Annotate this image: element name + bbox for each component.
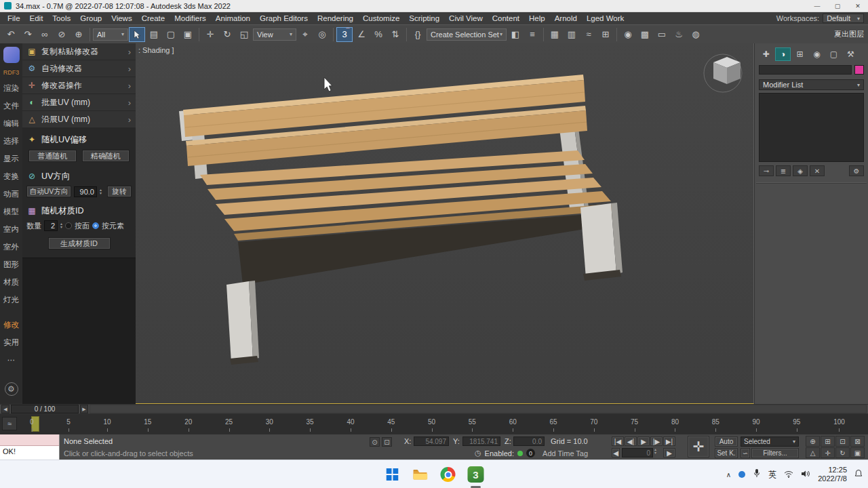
mirror-icon[interactable]: ◧ — [507, 27, 524, 42]
chevron-up-icon[interactable]: ∧ — [726, 471, 731, 479]
go-to-start-icon[interactable]: |◀ — [612, 436, 624, 446]
remove-modifier-icon[interactable]: ✕ — [810, 165, 825, 176]
selected-set-dropdown[interactable]: Selected ▾ — [741, 436, 799, 447]
menu-tools[interactable]: Tools — [47, 12, 75, 24]
sidebar-item-file[interactable]: 文件 — [3, 101, 19, 111]
copy-paste-modifier-row[interactable]: ▣ 复制粘贴修改器 › — [22, 43, 136, 60]
zoom-icon[interactable]: ⊕ — [806, 436, 820, 447]
object-color-swatch[interactable] — [854, 65, 864, 75]
unlink-selection-icon[interactable]: ⊘ — [54, 27, 70, 42]
go-to-end-icon[interactable]: ▶| — [663, 436, 675, 446]
previous-frame-icon[interactable]: ◀| — [625, 436, 637, 446]
redo-icon[interactable]: ↷ — [20, 27, 36, 42]
next-frame-arrow[interactable]: ▶ — [80, 405, 88, 413]
menu-animation[interactable]: Animation — [211, 12, 255, 24]
auto-key-button[interactable]: Auto — [715, 436, 738, 447]
spinner-down-icon[interactable]: ▾ — [654, 451, 656, 455]
z-coordinate-field[interactable]: 0.0 — [513, 436, 545, 446]
menu-civil-view[interactable]: Civil View — [444, 12, 488, 24]
zoom-all-icon[interactable]: ⊞ — [821, 436, 835, 447]
key-mode-prev-icon[interactable]: ◀ — [612, 448, 620, 458]
add-time-tag[interactable]: Add Time Tag — [542, 449, 588, 458]
rendered-frame-window-icon[interactable]: ▭ — [654, 27, 670, 42]
tab-motion-icon[interactable]: ◉ — [809, 47, 825, 61]
bind-to-space-warp-icon[interactable]: ⊕ — [71, 27, 87, 42]
menu-help[interactable]: Help — [524, 12, 550, 24]
field-of-view-icon[interactable]: △ — [806, 447, 820, 458]
sidebar-item-select[interactable]: 选择 — [3, 136, 19, 146]
menu-lged-work[interactable]: Lged Work — [582, 12, 629, 24]
window-crossing-icon[interactable]: ▣ — [180, 27, 196, 42]
key-mode-next-icon[interactable]: ▶ — [663, 448, 675, 458]
tab-hierarchy-icon[interactable]: ⊞ — [792, 47, 808, 61]
notification-bell-icon[interactable] — [854, 468, 863, 481]
key-filters-button[interactable]: Filters... — [751, 448, 799, 458]
enabled-count-badge[interactable]: 0 — [526, 449, 535, 458]
by-element-radio[interactable] — [92, 222, 99, 229]
macro-recorder-field[interactable] — [0, 434, 59, 446]
curve-editor-icon[interactable]: ≈ — [580, 27, 597, 42]
y-coordinate-field[interactable]: 1815.741 — [462, 436, 500, 446]
time-slider-handle[interactable]: 0 / 100 — [11, 405, 79, 413]
mini-curve-editor-icon[interactable]: ≈ — [2, 417, 17, 430]
spinner-snap-icon[interactable]: ⇅ — [387, 27, 403, 42]
sidebar-item-rdf3[interactable]: RDF3 — [3, 69, 20, 76]
menu-group[interactable]: Group — [75, 12, 106, 24]
sidebar-item-animation[interactable]: 动画 — [3, 189, 19, 199]
sidebar-item-edit[interactable]: 编辑 — [3, 119, 19, 129]
time-slider-track[interactable] — [90, 405, 867, 413]
sidebar-item-more[interactable]: ⋯ — [7, 355, 16, 365]
tab-utilities-icon[interactable]: ⚒ — [843, 47, 859, 61]
align-icon[interactable]: ≡ — [524, 27, 540, 42]
workspaces-dropdown[interactable]: Default ▾ — [823, 14, 864, 23]
modifier-operations-row[interactable]: ✛ 修改器操作 › — [22, 77, 136, 94]
sidebar-item-utility[interactable]: 实用 — [3, 338, 19, 348]
select-and-manipulate-icon[interactable]: ◎ — [314, 27, 330, 42]
normal-random-button[interactable]: 普通随机 — [28, 150, 77, 162]
snap-toggle-icon[interactable]: 3 ⌒ — [336, 27, 353, 42]
select-and-move-icon[interactable]: ✛ — [202, 27, 218, 42]
sidebar-item-exterior[interactable]: 室外 — [3, 242, 19, 252]
start-button-icon[interactable] — [384, 466, 401, 483]
ribbon-toggle-icon[interactable]: ▥ — [564, 27, 580, 42]
play-icon[interactable]: ▶ — [637, 436, 650, 446]
count-field[interactable]: 2 — [44, 220, 58, 231]
menu-scripting[interactable]: Scripting — [404, 12, 444, 24]
sidebar-item-shapes[interactable]: 图形 — [3, 260, 19, 270]
show-end-result-icon[interactable]: ≣ — [776, 165, 791, 176]
menu-content[interactable]: Content — [488, 12, 524, 24]
menu-views[interactable]: Views — [106, 12, 136, 24]
selection-lock-icon[interactable]: ⊡ — [382, 437, 392, 447]
maximize-button[interactable]: ▢ — [827, 0, 848, 12]
maxscript-mini-listener[interactable]: OK! — [0, 434, 60, 460]
chrome-icon[interactable] — [439, 466, 457, 483]
sidebar-item-display[interactable]: 显示 — [3, 154, 19, 164]
make-unique-icon[interactable]: ◈ — [793, 165, 808, 176]
object-name-field[interactable] — [759, 65, 852, 75]
percent-snap-icon[interactable]: % — [370, 27, 387, 42]
3dsmax-taskbar-icon[interactable]: 3 — [467, 466, 485, 483]
sidebar-item-render[interactable]: 渲染 — [3, 83, 19, 94]
sidebar-item-material[interactable]: 材质 — [3, 277, 19, 287]
next-frame-icon[interactable]: |▶ — [650, 436, 663, 446]
render-setup-icon[interactable]: ▩ — [637, 27, 653, 42]
enabled-status-dot[interactable] — [517, 451, 523, 456]
auto-modifier-row[interactable]: ⚙ 自动修改器 › — [22, 60, 136, 77]
menu-edit[interactable]: Edit — [25, 12, 48, 24]
file-explorer-icon[interactable] — [412, 466, 429, 483]
export-layer-button[interactable]: 夏出图层 — [834, 29, 864, 39]
auto-uv-direction-button[interactable]: 自动UV方向 — [26, 186, 71, 197]
select-and-link-icon[interactable]: ∞ — [37, 27, 53, 42]
pan-icon[interactable]: ✛ — [821, 447, 835, 458]
generate-material-id-button[interactable]: 生成材质ID — [48, 237, 111, 249]
material-editor-icon[interactable]: ◉ — [620, 27, 636, 42]
select-and-rotate-icon[interactable]: ↻ — [219, 27, 235, 42]
minimize-button[interactable]: — — [807, 0, 827, 12]
clock[interactable]: 12:25 2022/7/8 — [818, 466, 847, 483]
modifier-stack[interactable] — [759, 93, 864, 162]
zoom-extents-icon[interactable]: ⊡ — [835, 436, 850, 447]
rectangular-selection-region-icon[interactable]: ▢ — [163, 27, 179, 42]
use-pivot-point-center-icon[interactable]: ⌖ — [297, 27, 313, 42]
view-cube[interactable] — [704, 54, 742, 92]
sidebar-item-transform[interactable]: 变换 — [3, 171, 19, 182]
